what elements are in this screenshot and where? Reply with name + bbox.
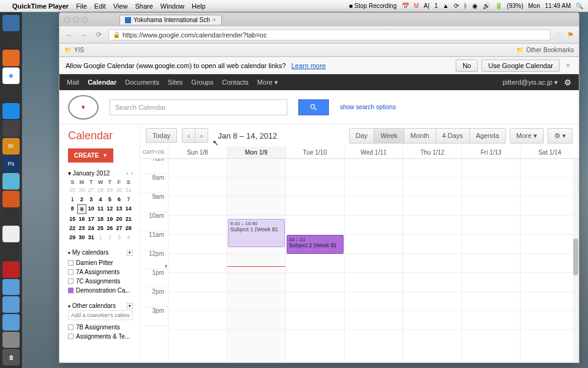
window-zoom-icon[interactable] [81, 17, 88, 23]
mini-day[interactable]: 25 [68, 186, 77, 194]
mini-day[interactable]: 25 [96, 224, 105, 232]
gnav-item-documents[interactable]: Documents [125, 79, 159, 86]
url-input[interactable]: 🔒 https://www.google.com/calendar/render… [108, 29, 551, 40]
calendar-checkbox[interactable] [68, 260, 74, 266]
more-button[interactable]: More ▾ [510, 128, 544, 144]
day-header[interactable]: Sat 1/14 [520, 147, 579, 158]
show-search-options-link[interactable]: show search options [340, 104, 396, 110]
menu-share[interactable]: Share [135, 2, 153, 10]
gmail-icon[interactable]: M [414, 2, 419, 9]
infobar-use-button[interactable]: Use Google Calendar [481, 59, 560, 72]
calendar-checkbox[interactable] [68, 334, 74, 339]
stop-recording-button[interactable]: ■ Stop Recording [349, 2, 397, 9]
app-name[interactable]: QuickTime Player [12, 2, 69, 10]
bluetooth-icon[interactable]: ᛒ [464, 2, 467, 9]
mini-day[interactable]: 31 [87, 233, 96, 242]
mini-day[interactable]: 4 [96, 195, 105, 204]
menu-view[interactable]: View [113, 2, 128, 10]
dock-photoshop-icon[interactable]: Ps [2, 156, 20, 172]
mini-day[interactable]: 1 [96, 233, 105, 242]
dock-app1-icon[interactable] [2, 85, 20, 102]
mini-day[interactable]: 30 [77, 233, 86, 242]
mini-day[interactable]: 22 [68, 224, 77, 232]
dock-app6-icon[interactable] [2, 226, 20, 242]
mini-day[interactable]: 30 [115, 186, 123, 194]
mini-day[interactable]: 8 [68, 204, 77, 214]
dock-folder1-icon[interactable] [2, 279, 20, 296]
gnav-item-more[interactable]: More ▾ [257, 79, 278, 86]
mini-day[interactable]: 20 [115, 215, 123, 223]
mini-day[interactable]: 26 [77, 186, 86, 194]
mini-day[interactable]: 14 [124, 204, 133, 214]
other-calendars-menu-icon[interactable]: ▾ [127, 303, 133, 309]
gnav-item-calendar[interactable]: Calendar [88, 79, 116, 86]
mini-day[interactable]: 12 [105, 204, 114, 214]
browser-tab[interactable]: Yokohama International Sch × [119, 15, 222, 25]
mini-day[interactable]: 9 [77, 204, 86, 214]
day-column[interactable] [168, 159, 227, 362]
bookmark-star-icon[interactable]: ☆ [556, 31, 562, 39]
create-button[interactable]: CREATE▼ [68, 148, 113, 163]
calendar-item[interactable]: Demonstration Ca... [68, 286, 133, 295]
mini-day[interactable]: 16 [77, 215, 86, 223]
mini-day[interactable]: 2 [105, 233, 114, 242]
mini-day[interactable]: 18 [96, 215, 105, 223]
day-column[interactable] [344, 159, 403, 362]
mini-day[interactable]: 27 [115, 224, 123, 232]
bookmark-folder-yis[interactable]: 📁 YIS [64, 47, 84, 53]
view-week-button[interactable]: Week [374, 128, 404, 144]
dock-app5-icon[interactable] [2, 209, 20, 225]
flame-icon[interactable]: ▲ [443, 2, 449, 9]
dock-app8-icon[interactable] [2, 261, 20, 278]
day-column[interactable] [402, 159, 461, 362]
gnav-item-mail[interactable]: Mail [67, 79, 79, 86]
battery-icon[interactable]: 🔋 [495, 2, 502, 9]
dock-finder-icon[interactable] [2, 15, 20, 31]
day-column[interactable] [520, 159, 579, 362]
dock-app4-icon[interactable] [2, 191, 20, 207]
dock-app9-icon[interactable] [2, 332, 20, 348]
view-month-button[interactable]: Month [404, 128, 435, 144]
mini-day[interactable]: 29 [105, 186, 114, 194]
menu-file[interactable]: File [76, 2, 87, 10]
mini-day[interactable]: 27 [87, 186, 96, 194]
mini-day[interactable]: 28 [96, 186, 105, 194]
tab-close-icon[interactable]: × [213, 17, 216, 23]
day-column[interactable]: 9:10 – 10:40Subject 1 (Week B) [227, 159, 285, 362]
mini-day[interactable]: 2 [77, 195, 86, 204]
timemachine-icon[interactable]: ⟳ [454, 2, 459, 9]
prev-week-button[interactable]: ‹ [182, 128, 195, 143]
dock-dashboard-icon[interactable] [2, 33, 20, 49]
menu-edit[interactable]: Edit [94, 2, 106, 10]
mini-day[interactable]: 19 [105, 215, 114, 223]
mini-day[interactable]: 21 [124, 215, 133, 223]
mini-next-icon[interactable]: › [131, 170, 133, 177]
settings-gear-icon[interactable]: ⚙ [564, 78, 571, 87]
calendar-checkbox[interactable] [68, 288, 74, 293]
wifi-icon[interactable]: ◉ [472, 2, 478, 9]
dock-bridge-icon[interactable]: Br [2, 138, 20, 155]
mini-day[interactable]: 29 [68, 233, 77, 242]
calendar-event[interactable]: 10 – 11Subject 2 (Week B) [287, 235, 344, 254]
view-day-button[interactable]: Day [349, 128, 374, 144]
dock-app7-icon[interactable] [2, 243, 20, 260]
user-email[interactable]: pitterd@yis.ac.jp ▾ [502, 79, 558, 86]
menu-window[interactable]: Window [160, 2, 184, 10]
mini-day[interactable]: 17 [87, 215, 96, 223]
gnav-item-contacts[interactable]: Contacts [222, 79, 248, 86]
my-calendars-menu-icon[interactable]: ▾ [127, 250, 133, 256]
mini-day[interactable]: 3 [115, 233, 123, 242]
clock-day[interactable]: Mon [528, 2, 540, 9]
calendar-item[interactable]: Damien Pitter [68, 258, 133, 267]
add-coworker-input[interactable] [68, 310, 133, 320]
notification-icon[interactable]: 1 [434, 2, 438, 9]
extension-icon[interactable]: ⚑ [567, 31, 574, 39]
day-column[interactable]: 10 – 11Subject 2 (Week B) [285, 159, 344, 362]
search-input[interactable]: Search Calendar [110, 99, 287, 115]
day-header[interactable]: Mon 1/9 [227, 147, 285, 158]
dock-folder2-icon[interactable] [2, 296, 20, 313]
calendar-item[interactable]: 7A Assignments [68, 267, 133, 277]
mini-day[interactable]: 31 [124, 186, 133, 194]
calendar-checkbox[interactable] [68, 278, 74, 284]
other-calendars-header[interactable]: ▾ Other calendars ▾ [68, 302, 133, 309]
